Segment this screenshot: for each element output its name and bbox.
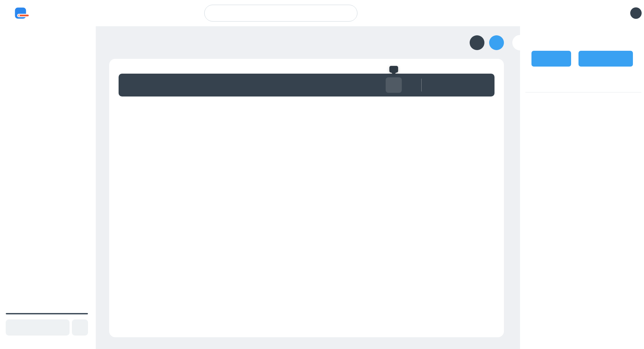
topbar: [0, 0, 644, 26]
main-content: [96, 26, 520, 349]
sidebar: [0, 26, 96, 349]
user-area: [625, 7, 644, 19]
extract-text-tooltip: [389, 66, 398, 73]
sidebar-bottom: [6, 313, 88, 336]
files-card: [109, 59, 504, 337]
extract-text-button[interactable]: [386, 77, 402, 93]
toolbar-divider: [421, 79, 422, 91]
brand-logo-icon: [15, 7, 30, 19]
feedback-button[interactable]: [6, 319, 70, 336]
storage-progress-fill: [6, 313, 88, 314]
panel-divider: [525, 92, 641, 92]
avatar[interactable]: [630, 7, 642, 19]
download-button[interactable]: [578, 51, 633, 67]
convert-button[interactable]: [402, 77, 418, 93]
collapse-panel-button[interactable]: [512, 35, 528, 50]
view-settings-button[interactable]: [470, 35, 484, 50]
selection-toolbar: [119, 74, 495, 96]
help-button[interactable]: [72, 319, 88, 336]
toolbar-actions: [386, 77, 489, 93]
search-bar: [204, 5, 357, 22]
download-selected-button[interactable]: [457, 77, 473, 93]
view-button[interactable]: [531, 51, 571, 67]
delete-selected-button[interactable]: [473, 77, 489, 93]
move-button[interactable]: [425, 77, 441, 93]
search-input[interactable]: [212, 9, 351, 17]
sidebar-nav: [0, 26, 96, 36]
main-header: [109, 26, 504, 59]
details-panel: [520, 26, 644, 349]
add-button[interactable]: [489, 35, 504, 50]
brand[interactable]: [0, 7, 33, 19]
storage-progress: [6, 313, 88, 314]
rename-button[interactable]: [441, 77, 457, 93]
